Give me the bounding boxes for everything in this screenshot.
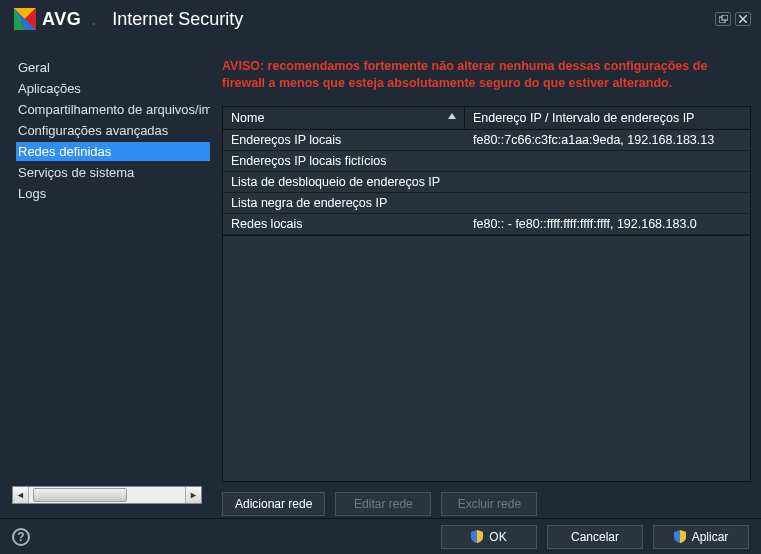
restore-window-icon[interactable] [715,12,731,26]
cell-ip: fe80:: - fe80::ffff:ffff:ffff:ffff, 192.… [465,214,750,234]
cell-name: Endereços IP locais [223,130,465,150]
sidebar-item-general[interactable]: Geral [16,58,210,77]
ok-button[interactable]: OK [441,525,537,549]
table-header: Nome Endereço IP / Intervalo de endereço… [223,107,750,130]
bottom-buttons: OK Cancelar Aplicar [441,525,749,549]
sort-asc-icon [448,113,456,119]
scroll-left-icon[interactable]: ◄ [13,487,29,503]
shield-icon [674,530,686,543]
warning-text: AVISO: recomendamos fortemente não alter… [222,58,751,92]
edit-network-button: Editar rede [335,492,431,516]
column-header-ip[interactable]: Endereço IP / Intervalo de endereços IP [465,107,750,129]
table-row[interactable]: Endereços IP locais fe80::7c66:c3fc:a1aa… [223,130,750,151]
sidebar-item-advanced[interactable]: Configurações avançadas [16,121,210,140]
sidebar-item-applications[interactable]: Aplicações [16,79,210,98]
cancel-button[interactable]: Cancelar [547,525,643,549]
sidebar: Geral Aplicações Compartilhamento de arq… [0,38,210,516]
cell-ip: fe80::7c66:c3fc:a1aa:9eda, 192.168.183.1… [465,130,750,150]
shield-icon [471,530,483,543]
cell-ip [465,172,750,192]
networks-table: Nome Endereço IP / Intervalo de endereço… [222,106,751,236]
table-row[interactable]: Lista negra de endereços IP [223,193,750,214]
table-row[interactable]: Lista de desbloqueio de endereços IP [223,172,750,193]
scroll-thumb[interactable] [33,488,127,502]
column-header-name-label: Nome [231,111,264,125]
cell-ip [465,151,750,171]
brand-separator: . [91,9,96,30]
avg-logo-icon [14,8,36,30]
ok-button-label: OK [489,530,506,544]
product-text: Internet Security [112,9,243,30]
cancel-button-label: Cancelar [571,530,619,544]
cell-name: Redes locais [223,214,465,234]
main-panel: AVISO: recomendamos fortemente não alter… [210,38,761,516]
sidebar-item-defined-networks[interactable]: Redes definidas [16,142,210,161]
sidebar-item-logs[interactable]: Logs [16,184,210,203]
svg-rect-5 [722,15,728,20]
app-logo: AVG . Internet Security [14,8,243,30]
delete-network-button: Excluir rede [441,492,537,516]
scroll-right-icon[interactable]: ► [185,487,201,503]
cell-name: Lista negra de endereços IP [223,193,465,213]
titlebar: AVG . Internet Security [0,0,761,38]
cell-name: Endereços IP locais fictícios [223,151,465,171]
table-empty-area [222,236,751,482]
close-window-icon[interactable] [735,12,751,26]
add-network-button[interactable]: Adicionar rede [222,492,325,516]
window-controls [715,12,751,26]
apply-button-label: Aplicar [692,530,729,544]
bottom-bar: ? OK Cancelar Aplicar [0,518,761,554]
sidebar-horizontal-scrollbar[interactable]: ◄ ► [12,486,202,504]
table-row[interactable]: Endereços IP locais fictícios [223,151,750,172]
cell-name: Lista de desbloqueio de endereços IP [223,172,465,192]
column-header-name[interactable]: Nome [223,107,465,129]
help-icon[interactable]: ? [12,528,30,546]
sidebar-item-system-services[interactable]: Serviços de sistema [16,163,210,182]
brand-text: AVG [42,9,81,30]
sidebar-item-file-sharing[interactable]: Compartilhamento de arquivos/impressoras [16,100,210,119]
apply-button[interactable]: Aplicar [653,525,749,549]
table-row[interactable]: Redes locais fe80:: - fe80::ffff:ffff:ff… [223,214,750,235]
action-bar: Adicionar rede Editar rede Excluir rede [222,492,751,516]
cell-ip [465,193,750,213]
scroll-track[interactable] [29,487,185,503]
